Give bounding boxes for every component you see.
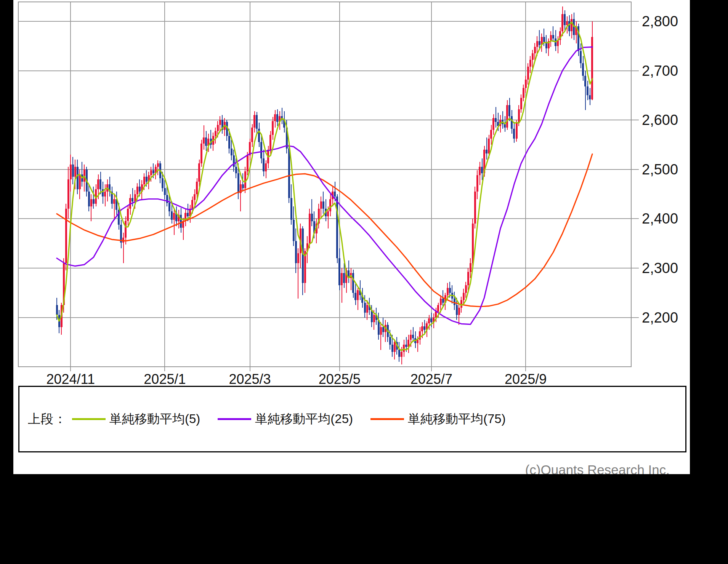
candle-up xyxy=(215,131,216,136)
candle-up xyxy=(380,327,382,334)
candle-down xyxy=(72,165,74,177)
candle-up xyxy=(200,144,202,163)
candle-down xyxy=(311,214,313,221)
candle-up xyxy=(536,41,538,47)
candle-up xyxy=(488,139,490,153)
x-tick-label: 2024/11 xyxy=(46,371,95,387)
candle-down xyxy=(205,137,207,146)
candle-down xyxy=(131,198,133,201)
candle-up xyxy=(463,293,465,300)
candle-down xyxy=(564,14,566,26)
candle-down xyxy=(77,167,79,189)
legend-label-sma75: 単純移動平均(75) xyxy=(408,411,506,428)
candle-up xyxy=(428,318,430,323)
candle-up xyxy=(122,238,124,243)
candle-down xyxy=(293,220,295,241)
candle-down xyxy=(552,35,554,38)
candle-down xyxy=(168,203,170,211)
candle-down xyxy=(580,51,582,63)
candle-down xyxy=(343,273,345,283)
candle-up xyxy=(523,88,524,98)
candle-down xyxy=(495,118,497,122)
candle-up xyxy=(490,130,492,139)
candle-up xyxy=(525,80,527,88)
candle-down xyxy=(334,192,336,197)
candle-up xyxy=(113,199,115,204)
candle-up xyxy=(458,308,460,315)
candle-down xyxy=(442,299,444,302)
candle-up xyxy=(566,21,568,25)
x-tick-label: 2025/1 xyxy=(144,371,186,387)
candle-up xyxy=(203,137,205,144)
candle-up xyxy=(74,167,76,177)
candle-down xyxy=(56,305,58,315)
candle-up xyxy=(157,163,159,167)
candle-up xyxy=(506,105,508,127)
gridlines xyxy=(18,2,639,371)
legend-prefix: 上段： xyxy=(28,411,67,428)
candle-up xyxy=(196,182,198,194)
candle-down xyxy=(242,184,244,188)
candle-down xyxy=(187,213,189,216)
screenshot-root: 2024/112025/12025/32025/52025/72025/92,8… xyxy=(0,0,728,564)
candle-down xyxy=(228,136,230,149)
candle-down xyxy=(389,337,391,344)
candle-down xyxy=(295,241,297,263)
candle-down xyxy=(322,201,324,209)
candle-up xyxy=(571,19,572,31)
candle-down xyxy=(354,293,356,300)
candle-up xyxy=(150,170,152,175)
candle-up xyxy=(65,209,67,263)
candle-up xyxy=(527,67,529,80)
candle-up xyxy=(143,177,145,184)
candle-up xyxy=(529,60,531,67)
candle-up xyxy=(421,326,423,331)
candle-up xyxy=(219,120,221,125)
candle-up xyxy=(136,187,138,194)
candle-up xyxy=(492,118,494,130)
candle-down xyxy=(454,299,455,305)
candle-up xyxy=(79,174,81,189)
sma25-line-swatch xyxy=(218,418,251,420)
candle-up xyxy=(479,167,481,175)
candle-up xyxy=(465,285,467,292)
candle-down xyxy=(146,177,148,182)
candle-down xyxy=(99,179,101,189)
candle-up xyxy=(327,211,329,216)
candle-down xyxy=(237,173,239,193)
candle-down xyxy=(139,187,141,192)
candle-up xyxy=(198,163,200,182)
candle-down xyxy=(539,41,540,45)
candle-down xyxy=(412,335,414,338)
candle-up xyxy=(265,163,267,171)
candle-down xyxy=(391,345,393,352)
candle-up xyxy=(366,305,368,312)
legend-label-sma25: 単純移動平均(25) xyxy=(255,411,353,428)
candle-up xyxy=(476,175,478,192)
candle-up xyxy=(70,165,72,179)
y-tick-label: 2,400 xyxy=(642,211,678,227)
candle-up xyxy=(474,192,476,224)
candle-up xyxy=(320,201,322,209)
y-tick-label: 2,700 xyxy=(642,63,678,79)
candle-up xyxy=(97,179,99,189)
candle-down xyxy=(171,211,173,220)
candle-up xyxy=(90,199,92,206)
candle-down xyxy=(338,258,340,285)
candle-up xyxy=(394,342,396,352)
candle-up xyxy=(104,192,106,197)
ma75-line xyxy=(57,154,592,307)
candle-down xyxy=(263,158,265,171)
candle-up xyxy=(134,194,136,201)
legend-item-sma5: 単純移動平均(5) xyxy=(72,411,212,428)
y-tick-label: 2,500 xyxy=(642,161,678,177)
sma75-line-swatch xyxy=(370,418,404,420)
legend-box: 上段： 単純移動平均(5) 単純移動平均(25) 単純移動平均(75) xyxy=(18,386,686,452)
candle-up xyxy=(309,214,311,243)
candle-up xyxy=(274,114,276,121)
candle-down xyxy=(162,178,164,188)
candle-down xyxy=(152,170,154,173)
candle-up xyxy=(67,179,69,209)
candle-down xyxy=(180,215,182,228)
candle-down xyxy=(449,288,451,293)
